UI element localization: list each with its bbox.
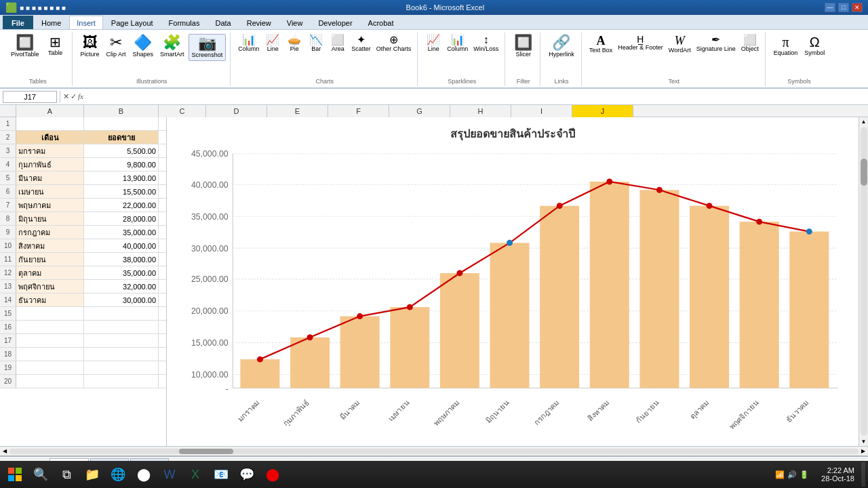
tab-insert[interactable]: Insert — [69, 16, 103, 29]
cell-a15[interactable] — [16, 307, 84, 320]
cell-b19[interactable] — [84, 361, 159, 374]
cell-reference-box[interactable]: J17 — [3, 91, 57, 103]
symbol-button[interactable]: Ω Symbol — [802, 34, 827, 58]
equation-button[interactable]: π Equation — [771, 34, 801, 58]
tab-data[interactable]: Data — [208, 16, 238, 29]
other-charts-button[interactable]: ⊕ Other Charts — [374, 34, 414, 53]
col-header-g[interactable]: G — [389, 105, 450, 117]
picture-button[interactable]: 🖼 Picture — [78, 34, 102, 60]
cell-a13[interactable]: พฤศจิกายน — [16, 280, 84, 293]
smartart-button[interactable]: 🧩 SmartArt — [157, 34, 187, 60]
insert-function-icon[interactable]: fx — [78, 92, 83, 101]
slicer-button[interactable]: 🔲 Slicer — [511, 34, 536, 60]
hyperlink-button[interactable]: 🔗 Hyperlink — [546, 34, 577, 60]
cell-b13[interactable]: 32,000.00 — [84, 280, 159, 293]
table-button[interactable]: ⊞ Table — [43, 34, 68, 58]
cell-b9[interactable]: 35,000.00 — [84, 226, 159, 239]
cell-a10[interactable]: สิงหาคม — [16, 239, 84, 252]
col-header-b[interactable]: B — [84, 105, 159, 117]
sparkline-column-button[interactable]: 📊 Column — [445, 34, 470, 53]
maximize-button[interactable]: □ — [838, 3, 849, 12]
bar-chart-button[interactable]: 📉 Bar — [306, 34, 326, 53]
cell-a7[interactable]: พฤษภาคม — [16, 199, 84, 211]
tab-developer[interactable]: Developer — [311, 16, 359, 29]
cell-a4[interactable]: กุมภาพันธ์ — [16, 158, 84, 171]
battery-icon[interactable]: 🔋 — [800, 470, 809, 479]
cell-b3[interactable]: 5,500.00 — [84, 144, 159, 157]
sparkline-winloss-button[interactable]: ↕ Win/Loss — [471, 34, 500, 53]
cell-b11[interactable]: 38,000.00 — [84, 253, 159, 266]
clip-art-button[interactable]: ✂ Clip Art — [104, 34, 129, 60]
task-view-button[interactable]: ⧉ — [54, 462, 79, 487]
app1-button[interactable]: 📧 — [209, 462, 233, 487]
shapes-button[interactable]: 🔷 Shapes — [130, 34, 157, 60]
app2-button[interactable]: 💬 — [235, 462, 259, 487]
pie-chart-button[interactable]: 🥧 Pie — [284, 34, 304, 53]
cell-a19[interactable] — [16, 361, 84, 374]
file-explorer-button[interactable]: 📁 — [80, 462, 104, 487]
cell-b2-header[interactable]: ยอดขาย — [84, 131, 159, 144]
cell-b5[interactable]: 13,900.00 — [84, 171, 159, 184]
cell-a2-header[interactable]: เดือน — [16, 131, 84, 144]
cell-a1[interactable] — [16, 117, 84, 130]
tab-page-layout[interactable]: Page Layout — [104, 16, 161, 29]
header-footer-button[interactable]: H̲ Header & Footer — [616, 34, 665, 52]
col-header-c[interactable]: C — [159, 105, 206, 117]
cell-b17[interactable] — [84, 334, 159, 347]
col-header-d[interactable]: D — [206, 105, 267, 117]
cell-a16[interactable] — [16, 321, 84, 333]
chrome-button[interactable]: ⬤ — [132, 462, 156, 487]
cell-a12[interactable]: ตุลาคม — [16, 266, 84, 279]
screenshot-button[interactable]: 📷 Screenshot — [189, 34, 226, 61]
cell-b16[interactable] — [84, 321, 159, 333]
cell-b6[interactable]: 15,500.00 — [84, 185, 159, 198]
column-chart-button[interactable]: 📊 Column — [236, 34, 261, 53]
col-header-h[interactable]: H — [450, 105, 511, 117]
volume-icon[interactable]: 🔊 — [787, 470, 797, 479]
app3-button[interactable]: ⬤ — [260, 462, 285, 487]
network-icon[interactable]: 📶 — [775, 470, 785, 479]
tab-file[interactable]: File — [3, 16, 33, 29]
excel-button[interactable]: X — [183, 462, 208, 487]
cell-a8[interactable]: มิถุนายน — [16, 212, 84, 225]
col-header-i[interactable]: I — [511, 105, 572, 117]
cell-b8[interactable]: 28,000.00 — [84, 212, 159, 225]
cell-b18[interactable] — [84, 348, 159, 361]
tab-review[interactable]: Review — [239, 16, 279, 29]
tab-formulas[interactable]: Formulas — [161, 16, 208, 29]
cell-b10[interactable]: 40,000.00 — [84, 239, 159, 252]
cell-a11[interactable]: กันยายน — [16, 253, 84, 266]
start-button[interactable] — [3, 462, 27, 487]
cell-b12[interactable]: 35,000.00 — [84, 266, 159, 279]
cell-a14[interactable]: ธันวาคม — [16, 293, 84, 306]
object-button[interactable]: ⬜ Object — [739, 34, 761, 53]
minimize-button[interactable]: — — [825, 3, 835, 12]
area-chart-button[interactable]: ⬜ Area — [328, 34, 348, 53]
show-desktop-button[interactable] — [861, 462, 865, 487]
cell-b14[interactable]: 30,000.00 — [84, 293, 159, 306]
cell-a9[interactable]: กรกฎาคม — [16, 226, 84, 239]
close-button[interactable]: ✕ — [852, 3, 863, 12]
cell-a20[interactable] — [16, 375, 84, 388]
line-chart-button[interactable]: 📈 Line — [262, 34, 283, 53]
vertical-scrollbar[interactable]: ▲ ▼ — [859, 117, 868, 446]
cell-a5[interactable]: มีนาคม — [16, 171, 84, 184]
taskbar-clock[interactable]: 2:22 AM 28-Oct-18 — [816, 466, 860, 483]
tab-home[interactable]: Home — [34, 16, 68, 29]
cell-b7[interactable]: 22,000.00 — [84, 199, 159, 211]
cell-a17[interactable] — [16, 334, 84, 347]
horizontal-scrollbar[interactable]: ◀ ▶ — [0, 446, 868, 455]
cancel-formula-icon[interactable]: ✕ — [63, 92, 69, 101]
search-taskbar-button[interactable]: 🔍 — [28, 462, 53, 487]
col-header-j[interactable]: J — [572, 105, 633, 117]
wordart-button[interactable]: W WordArt — [667, 34, 693, 54]
confirm-formula-icon[interactable]: ✓ — [71, 92, 77, 101]
edge-browser-button[interactable]: 🌐 — [106, 462, 130, 487]
cell-a18[interactable] — [16, 348, 84, 361]
text-box-button[interactable]: A Text Box — [587, 34, 615, 54]
col-header-a[interactable]: A — [16, 105, 84, 117]
signature-line-button[interactable]: ✒ Signature Line — [694, 34, 738, 53]
col-header-e[interactable]: E — [267, 105, 328, 117]
tab-acrobat[interactable]: Acrobat — [361, 16, 401, 29]
sparkline-line-button[interactable]: 📈 Line — [423, 34, 443, 53]
